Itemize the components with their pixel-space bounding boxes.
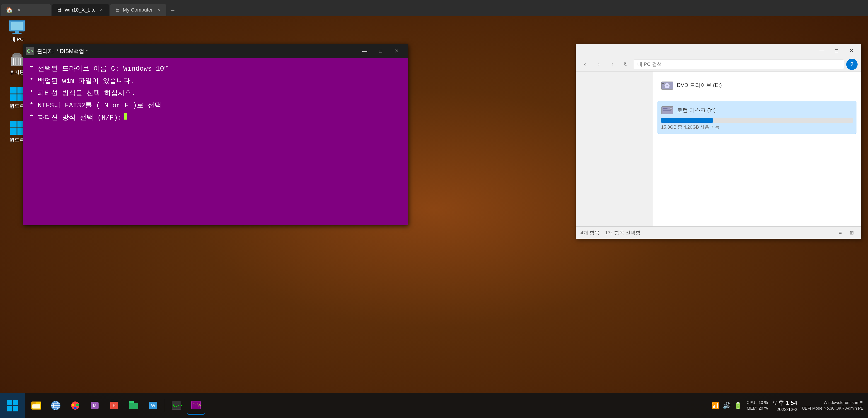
volume-icon: 🔊 — [723, 402, 731, 409]
taskbar-app-paint[interactable] — [66, 396, 84, 415]
cmd-window: C> 관리자: * DISM백업 * — □ ✕ * 선택된 드라이브 이름 C… — [23, 44, 408, 225]
svg-point-28 — [670, 107, 672, 109]
cmd-window-buttons: — □ ✕ — [357, 44, 404, 58]
monitor-icon: 🖥 — [115, 7, 120, 13]
grid-view-button[interactable]: ⊞ — [847, 228, 857, 237]
disk-y-space-text: 15.8GB 중 4.20GB 사용 가능 — [661, 124, 853, 130]
svg-rect-11 — [10, 87, 17, 94]
cmd-line-2: * 백업된 wim 파일이 있습니다. — [29, 75, 401, 87]
dvd-drive-name: DVD 드라이브 (E:) — [677, 82, 722, 89]
search-input[interactable] — [634, 60, 844, 69]
explorer-titlebar: — □ ✕ — [576, 44, 861, 57]
browser-tabbar: 🏠 ✕ 🖥 Win10_X_Lite ✕ 🖥 My Computer ✕ + — [0, 0, 868, 16]
drive-item-y[interactable]: 로컬 디스크 (Y:) 15.8GB 중 4.20GB 사용 가능 — [657, 101, 857, 134]
view-buttons: ≡ ⊞ — [836, 228, 857, 237]
explorer-content: DVD 드라이브 (E:) — [653, 71, 861, 226]
items-count-text: 4개 항목 1개 항목 선택함 — [581, 229, 641, 236]
taskbar-app-terminal-inactive[interactable]: C:\> — [167, 396, 186, 415]
desktop-icon-mypc[interactable]: 내 PC — [3, 19, 31, 43]
cmd-title-icon: C> — [26, 47, 34, 55]
disk-y-progress-bar — [661, 118, 853, 123]
svg-text:C:\>: C:\> — [173, 403, 182, 408]
svg-point-42 — [71, 404, 74, 406]
nav-up-button[interactable]: ↑ — [607, 59, 618, 70]
cmd-maximize-button[interactable]: □ — [373, 44, 389, 58]
taskbar-app-terminal-active[interactable]: C:\> — [187, 396, 205, 415]
dvd-drive-icon — [661, 79, 673, 91]
explorer-maximize-button[interactable]: □ — [829, 45, 844, 56]
explorer-sidebar — [576, 71, 653, 226]
cmd-line-5: * 파티션 방식 선택 (N/F): — [29, 111, 401, 124]
taskbar-app-6[interactable] — [125, 396, 143, 415]
svg-text:W: W — [151, 403, 155, 408]
svg-rect-6 — [14, 53, 20, 55]
explorer-body: DVD 드라이브 (E:) — [576, 71, 861, 226]
drive-dvd-header: DVD 드라이브 (E:) — [661, 79, 853, 91]
cmd-body[interactable]: * 선택된 드라이브 이름 C: Windows 10™ * 백업된 wim 파… — [23, 58, 408, 225]
list-view-button[interactable]: ≡ — [836, 228, 845, 237]
cmd-close-button[interactable]: ✕ — [389, 44, 404, 58]
start-button[interactable] — [0, 393, 25, 418]
cmd-line-4: * NTFS나 FAT32를 ( N or F )로 선택 — [29, 99, 401, 111]
tab-mycomputer-label: My Computer — [123, 7, 153, 13]
drive-y-header: 로컬 디스크 (Y:) — [661, 105, 853, 116]
wifi-icon: 📶 — [711, 402, 719, 409]
svg-rect-23 — [662, 83, 664, 84]
tab-mycomputer[interactable]: 🖥 My Computer ✕ — [110, 4, 166, 16]
taskbar-app-5[interactable]: P — [105, 396, 123, 415]
taskbar-app-explorer[interactable] — [27, 396, 45, 415]
explorer-minimize-button[interactable]: — — [814, 45, 829, 56]
nav-refresh-button[interactable]: ↻ — [620, 59, 631, 70]
svg-text:P: P — [113, 403, 116, 408]
systray-icons: 📶 🔊 🔋 — [711, 402, 742, 409]
tab-win10-close[interactable]: ✕ — [98, 7, 105, 13]
taskbar-clock[interactable]: 오후 1:54 2023-12-2 — [772, 399, 797, 412]
taskbar: M P W — [0, 393, 868, 418]
svg-rect-50 — [129, 401, 134, 403]
taskbar-sysinfo-brand: Windowsforum knm™ UEFI Mode No.30 OKR Ad… — [802, 400, 864, 411]
nav-back-button[interactable]: ‹ — [579, 59, 591, 70]
cmd-title-text: 관리자: * DISM백업 * — [37, 47, 354, 55]
svg-text:M: M — [93, 403, 97, 408]
svg-point-43 — [76, 404, 79, 406]
taskbar-app-4[interactable]: M — [86, 396, 104, 415]
taskbar-app-7[interactable]: W — [144, 396, 162, 415]
svg-rect-2 — [15, 31, 19, 33]
local-disk-icon — [661, 105, 674, 116]
svg-rect-32 — [13, 406, 18, 411]
tab-mycomputer-close[interactable]: ✕ — [155, 7, 162, 13]
win2-icon-label: 윈도우 — [9, 137, 25, 143]
svg-rect-4 — [11, 57, 23, 66]
tab-home[interactable]: 🏠 ✕ — [1, 4, 51, 16]
explorer-close-button[interactable]: ✕ — [844, 45, 859, 56]
explorer-toolbar: ‹ › ↑ ↻ ? — [576, 57, 861, 71]
cmd-minimize-button[interactable]: — — [357, 44, 373, 58]
svg-rect-17 — [10, 128, 17, 135]
svg-rect-1 — [11, 22, 23, 30]
svg-point-22 — [666, 85, 668, 86]
explorer-window: — □ ✕ ‹ › ↑ ↻ ? — [576, 44, 861, 239]
tab-win10[interactable]: 🖥 Win10_X_Lite ✕ — [52, 4, 109, 16]
taskbar-separator — [165, 399, 165, 412]
svg-rect-35 — [32, 405, 40, 409]
svg-rect-3 — [12, 33, 22, 34]
drive-item-dvd[interactable]: DVD 드라이브 (E:) — [657, 76, 857, 96]
tab-icon: 🖥 — [56, 7, 62, 13]
tab-close[interactable]: ✕ — [16, 7, 22, 13]
cmd-titlebar: C> 관리자: * DISM백업 * — □ ✕ — [23, 44, 408, 58]
help-button[interactable]: ? — [846, 59, 858, 70]
svg-text:C:\>: C:\> — [193, 403, 202, 407]
cmd-line-3: * 파티션 방식을 선택 하십시오. — [29, 87, 401, 99]
taskbar-app-browser[interactable] — [47, 396, 65, 415]
svg-rect-34 — [31, 402, 36, 405]
svg-rect-13 — [10, 94, 17, 101]
new-tab-button[interactable]: + — [167, 5, 179, 16]
battery-icon: 🔋 — [734, 402, 742, 409]
svg-rect-15 — [10, 121, 17, 127]
svg-rect-25 — [663, 108, 668, 109]
nav-forward-button[interactable]: › — [593, 59, 604, 70]
svg-point-44 — [74, 407, 76, 409]
svg-rect-30 — [13, 400, 18, 405]
taskbar-apps: M P W — [25, 396, 207, 415]
cmd-line-1: * 선택된 드라이브 이름 C: Windows 10™ — [29, 63, 401, 75]
